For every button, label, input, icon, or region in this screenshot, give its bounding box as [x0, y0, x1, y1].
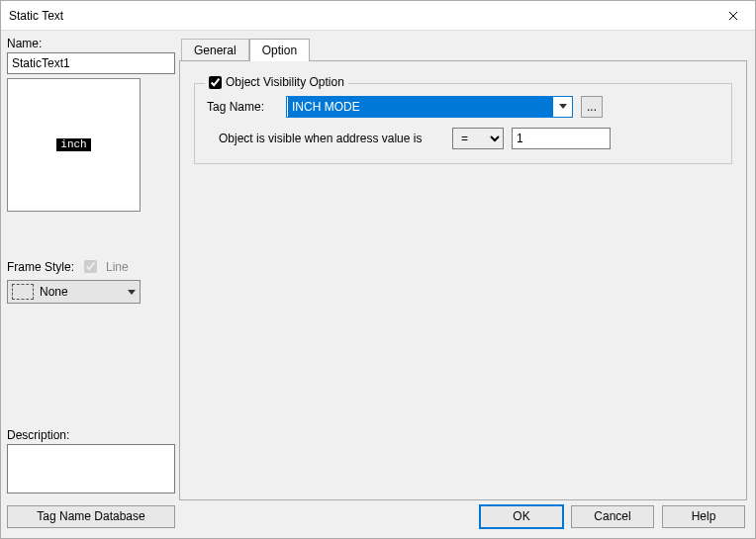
- visibility-legend: Object Visibility Option: [205, 75, 348, 89]
- value-input[interactable]: [512, 128, 611, 149]
- visible-condition-row: Object is visible when address value is …: [207, 128, 719, 149]
- tab-body-option: Object Visibility Option Tag Name: INCH …: [179, 60, 747, 500]
- tab-option[interactable]: Option: [249, 39, 310, 61]
- tag-name-row: Tag Name: INCH MODE ...: [207, 96, 719, 118]
- ok-button[interactable]: OK: [480, 505, 563, 528]
- preview-text: inch: [56, 138, 90, 151]
- preview-box: inch: [7, 78, 141, 212]
- help-button[interactable]: Help: [662, 505, 745, 528]
- frame-swatch-icon: [12, 284, 34, 300]
- frame-style-label: Frame Style:: [7, 260, 74, 274]
- window-title: Static Text: [9, 9, 63, 23]
- frame-style-row: Frame Style: Line: [7, 257, 175, 276]
- visibility-groupbox: Object Visibility Option Tag Name: INCH …: [194, 83, 732, 164]
- frame-style-select[interactable]: None: [7, 280, 141, 304]
- chevron-down-icon: [128, 285, 136, 299]
- close-button[interactable]: [710, 1, 755, 30]
- close-icon: [728, 11, 738, 21]
- left-panel: Name: inch Frame Style: Line None: [7, 37, 175, 500]
- tag-name-label: Tag Name:: [207, 100, 278, 114]
- operator-select[interactable]: =: [452, 128, 504, 149]
- visibility-group-label: Object Visibility Option: [226, 75, 344, 89]
- right-panel: General Option Object Visibility Option …: [179, 37, 747, 500]
- tag-name-value: INCH MODE: [288, 97, 553, 117]
- client-area: Name: inch Frame Style: Line None: [1, 31, 755, 538]
- cancel-button[interactable]: Cancel: [571, 505, 654, 528]
- button-bar: Tag Name Database OK Cancel Help: [1, 500, 755, 538]
- line-label: Line: [106, 260, 129, 274]
- tag-browse-button[interactable]: ...: [581, 96, 603, 118]
- tag-name-combo[interactable]: INCH MODE: [286, 96, 573, 118]
- tab-strip: General Option: [179, 37, 747, 60]
- dialog-window: Static Text Name: inch Frame Style: Line: [0, 0, 756, 539]
- name-label: Name:: [7, 37, 175, 50]
- description-input[interactable]: [7, 444, 175, 494]
- titlebar: Static Text: [1, 1, 755, 31]
- line-checkbox: [84, 260, 97, 273]
- tab-general[interactable]: General: [181, 39, 249, 61]
- tag-name-database-button[interactable]: Tag Name Database: [7, 505, 175, 528]
- visible-condition-label: Object is visible when address value is: [207, 132, 444, 145]
- visibility-checkbox[interactable]: [209, 76, 222, 89]
- ellipsis-icon: ...: [587, 100, 597, 114]
- main-row: Name: inch Frame Style: Line None: [1, 31, 755, 500]
- chevron-down-icon: [554, 104, 572, 110]
- frame-style-value: None: [40, 285, 68, 299]
- description-label: Description:: [7, 428, 175, 442]
- name-input[interactable]: [7, 52, 175, 74]
- description-area: Description:: [7, 428, 175, 496]
